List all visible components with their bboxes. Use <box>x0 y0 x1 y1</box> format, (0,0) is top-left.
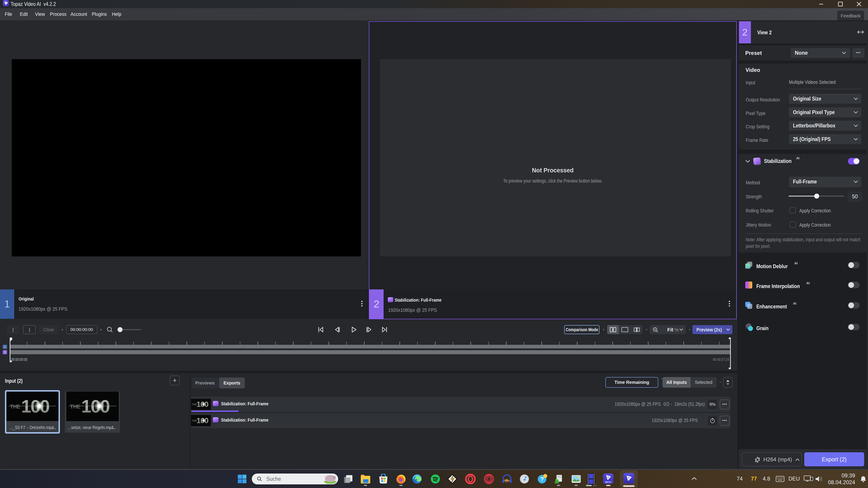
svg-text:THE: THE <box>192 403 197 406</box>
svg-text:?: ? <box>540 476 544 483</box>
svg-text:THE: THE <box>10 403 20 410</box>
svg-text:THE: THE <box>70 403 81 410</box>
svg-text:THE: THE <box>192 419 197 422</box>
